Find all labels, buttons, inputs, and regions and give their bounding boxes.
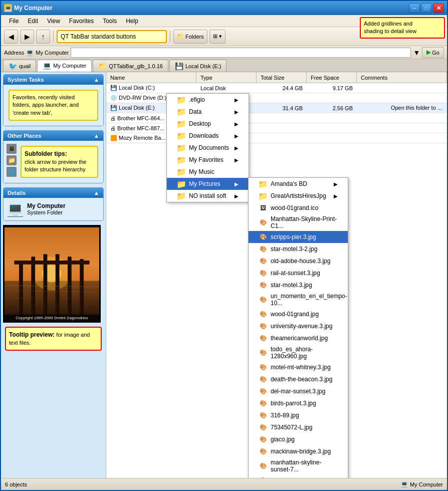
ctx-data-icon: 📁 [177,107,186,116]
details-subtitle: System Folder [27,209,66,215]
sidebar-section-details: Details ▲ 💻 My Computer System Folder [3,187,104,221]
view-button[interactable]: ⊞ ▾ [209,30,226,44]
submenu-amandasbd[interactable]: 📁 Amanda's BD ▶ [249,178,348,190]
ctx-desktop-label: Desktop [189,120,211,127]
file-comment-brother1 [357,118,447,119]
address-path-label: My Computer [36,50,69,56]
submenu-university[interactable]: 🎨 university-avenue.3.jpg [249,320,348,332]
submenu-oldadobe[interactable]: 🎨 old-adobe-house.3.jpg [249,255,348,267]
ctx-efigio-arrow: ▶ [235,97,239,103]
submenu-death[interactable]: 🎨 death-the-beacon.3.jpg [249,373,348,385]
submenu-316[interactable]: 🎨 316-89.jpg [249,409,348,421]
annotation-tooltip-preview: Tooltip preview: for image and text file… [5,327,102,351]
submenu-75345[interactable]: 🎨 75345072-L.jpg [249,421,348,433]
ctx-desktop-arrow: ▶ [235,121,239,127]
col-header-type[interactable]: Type [196,72,257,83]
menu-view[interactable]: View [43,17,64,26]
folders-button[interactable]: 📁 Folders [173,30,207,44]
sidebar-system-tasks-label: System Tasks [8,77,44,83]
submenu-delmar-icon: 🎨 [259,387,268,396]
file-area: Name Type Total Size Free Space Comments… [106,72,447,478]
tab-qttabbar-label: QTTabBar_glb_1.0.16 [109,63,163,69]
submenu-wood01ico[interactable]: 🖼 wood-01grand.ico [249,202,348,214]
tab-quail[interactable]: 🐦 quail [3,60,36,72]
tab-mycomputer-icon: 💻 [43,62,51,70]
tab-qttabbar[interactable]: 📁 QTTabBar_glb_1.0.16 [93,60,168,72]
tab-mycomputer[interactable]: 💻 My Computer [37,60,92,72]
forward-button[interactable]: ▶ [20,30,34,44]
ctx-mymusic[interactable]: 📁 My Music [167,166,249,178]
status-left: 6 objects [5,481,397,487]
ctx-mymusic-label: My Music [189,168,214,175]
close-button[interactable]: ✕ [433,3,444,13]
go-button[interactable]: ▶ Go [422,47,444,58]
file-row-brother1[interactable]: 🖨 Brother MFC-864... [106,113,447,123]
menu-help[interactable]: Help [122,17,142,26]
ctx-mydocs[interactable]: 📁 My Documents ▶ [167,142,249,154]
submenu-birds[interactable]: 🎨 birds-parrot.3.jpg [249,397,348,409]
ctx-myfav[interactable]: 📁 My Favorites ▶ [167,154,249,166]
maximize-button[interactable]: □ [421,3,432,13]
file-size-d [257,98,307,99]
submenu-greatartists[interactable]: 📁 GreatArtistsHiresJpg ▶ [249,190,348,202]
back-button[interactable]: ◀ [4,30,18,44]
submenu-death-label: death-the-beacon.3.jpg [271,376,332,383]
submenu-starmotel[interactable]: 🎨 star-motel.3.jpg [249,279,348,291]
window-title: My Computer [14,5,407,12]
submenu-unmomento[interactable]: 🎨 un_momento_en_el_tiempo-10... [249,291,348,308]
submenu-wood01ico-label: wood-01grand.ico [271,204,318,211]
file-size-e: 31.4 GB [257,105,307,112]
submenu-manhattansunset-icon: 🎨 [259,461,268,470]
ctx-noinstall-icon: 📁 [177,191,186,200]
submenu-rail[interactable]: 🎨 rail-at-sunset.3.jpg [249,267,348,279]
tab-localdisk[interactable]: 💾 Local Disk (E:) [169,60,227,72]
submenu-giaco[interactable]: 🎨 giaco.jpg [249,433,348,445]
sidebar-other-places-content: 🖥 📁 🌐 Subfolder tips: click arrow to pre… [4,141,103,183]
address-arrow-icon: ▼ [413,49,420,57]
ctx-noinstall[interactable]: 📁 NO install soft ▶ [167,190,249,202]
submenu-motel[interactable]: 🎨 motel-mt-whitney.3.jpg [249,361,348,373]
file-row-brother2[interactable]: 🖨 Brother MFC-887... [106,123,447,133]
submenu-american[interactable]: 🎨 theamericanworld.jpg [249,332,348,344]
submenu-manhattan[interactable]: 🎨 Manhattan-Skyline-Print-C1... [249,214,348,231]
submenu-scrippspier[interactable]: 🎨 scripps-pier.3.jpg [249,231,348,243]
menu-tools[interactable]: Tools [99,17,121,26]
col-header-name[interactable]: Name [106,72,196,83]
submenu-scrippspier-label: scripps-pier.3.jpg [271,233,316,240]
ctx-mypictures[interactable]: 📁 My Pictures ▶ [167,178,249,190]
ctx-data[interactable]: 📁 Data ▶ [167,106,249,118]
annotation-gridlines-text: Added gridlines andshading to detail vie… [364,21,416,34]
submenu-american-icon: 🎨 [259,334,268,343]
file-row-d[interactable]: 💿 DVD-RW Drive (D:) CD Drive [106,93,447,103]
menu-favorites[interactable]: Favorites [65,17,98,26]
menu-file[interactable]: File [5,17,23,26]
submenu-delmar[interactable]: 🎨 del-mar-sunset.3.jpg [249,385,348,397]
ctx-efigio[interactable]: 📁 .efigio ▶ [167,94,249,106]
details-computer-icon: 💻 [7,201,24,217]
address-input[interactable] [71,48,411,58]
col-header-comments[interactable]: Comments [357,72,447,83]
submenu-lamp-icon: 🎨 [259,476,268,478]
menu-edit[interactable]: Edit [24,17,42,26]
submenu-wood01jpg[interactable]: 🎨 wood-01grand.jpg [249,308,348,320]
submenu-mackinaw[interactable]: 🎨 mackinaw-bridge.3.jpg [249,445,348,457]
folders-icon: 📁 [177,33,184,40]
status-right-text: My Computer [410,481,443,487]
submenu-lamp[interactable]: 🎨 lamp-post-tree.3.jpg [249,474,348,478]
tab-quail-label: quail [19,63,31,69]
up-button[interactable]: ↑ [36,30,50,44]
sidebar-details-header[interactable]: Details ▲ [4,188,103,198]
ctx-mydocs-label: My Documents [189,144,229,151]
col-header-total-size[interactable]: Total Size [257,72,307,83]
submenu-starmotel2[interactable]: 🎨 star-motel.3-2.jpg [249,243,348,255]
sidebar-system-tasks-header[interactable]: System Tasks ▲ [4,75,103,85]
ctx-desktop[interactable]: 📁 Desktop ▶ [167,118,249,130]
submenu-manhattansunset[interactable]: 🎨 manhattan-skyline-sunset-7... [249,457,348,474]
ctx-downloads[interactable]: 📁 Downloads ▶ [167,130,249,142]
file-row-c[interactable]: 💾 Local Disk (C:) Local Disk 24.4 GB 9.1… [106,83,447,93]
submenu-todo[interactable]: 🎨 todo_es_ahora-1280x960.jpg [249,344,348,361]
file-row-mozy[interactable]: 🟧 Mozy Remote Ba... [106,133,447,143]
sidebar-other-places-header[interactable]: Other Places ▲ [4,131,103,141]
col-header-free-space[interactable]: Free Space [307,72,357,83]
minimize-button[interactable]: ─ [409,3,420,13]
